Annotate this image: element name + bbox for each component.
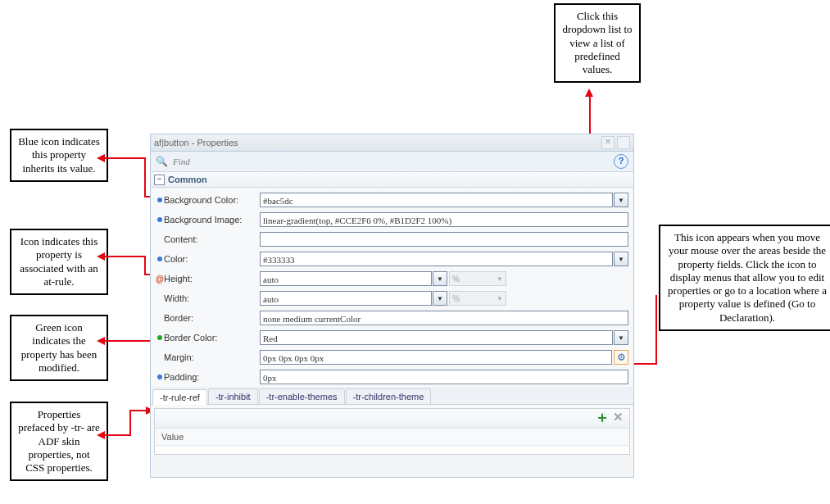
- inherited-indicator-icon: [157, 375, 162, 379]
- unit-width[interactable]: %▼: [449, 291, 506, 306]
- properties-panel: af|button - Properties × 🔍 ? − Common Ba…: [150, 134, 634, 478]
- input-color[interactable]: #333333: [260, 252, 613, 266]
- add-icon[interactable]: ＋: [595, 411, 608, 425]
- input-content[interactable]: [260, 232, 628, 247]
- tab-tr-children-theme[interactable]: -tr-children-theme: [346, 388, 432, 404]
- inherited-indicator-icon: [157, 257, 162, 261]
- window-menu-icon[interactable]: [617, 136, 630, 149]
- table-header: Value: [155, 428, 629, 446]
- input-border[interactable]: none medium currentColor: [260, 311, 628, 325]
- callout-at-icon: Icon indicates this property is associat…: [10, 229, 108, 295]
- row-margin: Margin: 0px 0px 0px 0px ⚙: [151, 347, 633, 367]
- modified-indicator-icon: [157, 335, 162, 340]
- label-background-color: Background Color:: [164, 195, 260, 205]
- at-rule-indicator-icon: @: [156, 275, 164, 284]
- dropdown-height[interactable]: ▼: [433, 271, 447, 286]
- tab-tr-enable-themes[interactable]: -tr-enable-themes: [259, 388, 345, 404]
- search-icon: 🔍: [156, 156, 168, 167]
- row-color: Color: #333333 ▼: [151, 249, 633, 269]
- input-height[interactable]: auto: [260, 271, 432, 286]
- row-padding: Padding: 0px: [151, 367, 633, 387]
- label-border-color: Border Color:: [164, 333, 260, 343]
- label-color: Color:: [164, 254, 260, 264]
- input-border-color[interactable]: Red: [260, 330, 613, 345]
- label-width: Width:: [164, 293, 260, 303]
- value-table: ＋ ✕ Value: [154, 408, 630, 455]
- inherited-indicator-icon: [157, 198, 162, 202]
- row-background-color: Background Color: #bac5dc ▼: [151, 190, 633, 210]
- inherited-indicator-icon: [157, 217, 162, 222]
- callout-tr-props: Properties prefaced by -tr- are ADF skin…: [10, 402, 108, 481]
- search-input[interactable]: [171, 156, 610, 167]
- dropdown-border-color[interactable]: ▼: [614, 330, 628, 345]
- unit-height[interactable]: %▼: [449, 271, 506, 286]
- collapse-icon[interactable]: −: [154, 175, 165, 185]
- callout-blue-icon: Blue icon indicates this property inheri…: [10, 129, 108, 182]
- dropdown-background-color[interactable]: ▼: [614, 193, 628, 207]
- delete-icon[interactable]: ✕: [611, 411, 624, 425]
- input-margin[interactable]: 0px 0px 0px 0px: [260, 350, 612, 365]
- row-border-color: Border Color: Red ▼: [151, 328, 633, 347]
- label-height: Height:: [164, 274, 260, 284]
- section-title: Common: [168, 175, 207, 184]
- close-icon[interactable]: ×: [601, 136, 615, 149]
- callout-gear-icon: This icon appears when you move your mou…: [659, 225, 830, 331]
- section-header-common[interactable]: − Common: [151, 172, 633, 188]
- label-padding: Padding:: [164, 372, 260, 382]
- row-content: Content:: [151, 229, 633, 249]
- dropdown-color[interactable]: ▼: [614, 252, 628, 266]
- input-padding[interactable]: 0px: [260, 370, 628, 384]
- tab-tr-rule-ref[interactable]: -tr-rule-ref: [152, 389, 207, 405]
- input-width[interactable]: auto: [260, 291, 432, 306]
- gear-icon[interactable]: ⚙: [614, 350, 628, 365]
- row-height: @ Height: auto ▼ %▼: [151, 269, 633, 288]
- tr-tabs: -tr-rule-ref -tr-inhibit -tr-enable-them…: [151, 387, 633, 405]
- panel-title: af|button - Properties: [154, 138, 599, 148]
- input-background-image[interactable]: linear-gradient(top, #CCE2F6 0%, #B1D2F2…: [260, 212, 628, 227]
- label-border: Border:: [164, 313, 260, 323]
- find-bar: 🔍 ?: [151, 152, 633, 172]
- row-background-image: Background Image: linear-gradient(top, #…: [151, 210, 633, 229]
- help-icon[interactable]: ?: [614, 154, 628, 169]
- row-border: Border: none medium currentColor: [151, 308, 633, 328]
- input-background-color[interactable]: #bac5dc: [260, 193, 613, 207]
- tab-tr-inhibit[interactable]: -tr-inhibit: [208, 388, 258, 404]
- label-margin: Margin:: [164, 352, 260, 362]
- properties-form: Background Color: #bac5dc ▼ Background I…: [151, 188, 633, 455]
- panel-titlebar: af|button - Properties ×: [151, 134, 633, 152]
- callout-green-icon: Green icon indicates the property has be…: [10, 315, 108, 381]
- row-width: Width: auto ▼ %▼: [151, 288, 633, 308]
- label-content: Content:: [164, 234, 260, 244]
- dropdown-width[interactable]: ▼: [433, 291, 447, 306]
- label-background-image: Background Image:: [164, 215, 260, 225]
- callout-dropdown: Click this dropdown list to view a list …: [554, 3, 641, 83]
